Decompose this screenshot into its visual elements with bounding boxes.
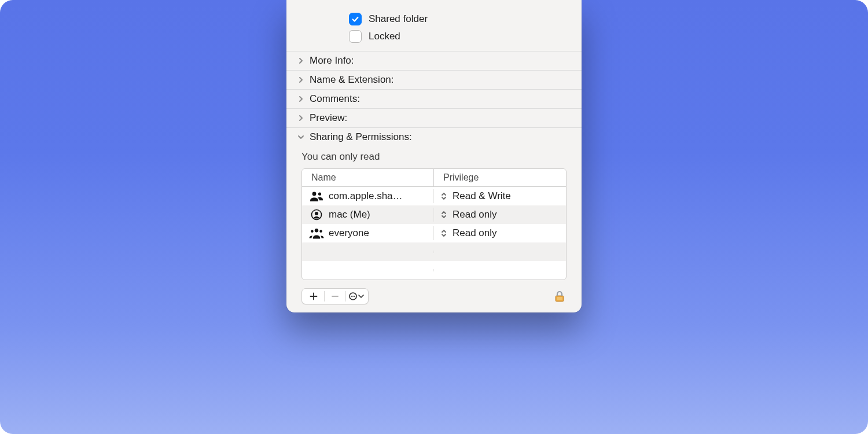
row-privilege: Read & Write [453, 190, 511, 202]
table-row[interactable]: com.apple.sha… Read & Write [302, 187, 566, 205]
svg-rect-15 [557, 297, 562, 300]
section-sharing-permissions[interactable]: Sharing & Permissions: [286, 127, 582, 146]
stepper-icon[interactable] [440, 210, 448, 219]
locked-label: Locked [369, 31, 400, 42]
locked-row: Locked [286, 28, 582, 51]
section-title: Name & Extension: [310, 74, 394, 86]
svg-point-0 [312, 192, 317, 196]
svg-point-1 [318, 193, 321, 196]
remove-button[interactable] [325, 289, 345, 304]
column-name[interactable]: Name [302, 169, 434, 186]
section-title: Comments: [310, 93, 360, 105]
row-name: com.apple.sha… [329, 190, 403, 202]
permissions-table: Name Privilege com.apple.sha… [301, 168, 567, 280]
chevron-right-icon [297, 114, 305, 122]
section-more-info[interactable]: More Info: [286, 51, 582, 70]
svg-point-13 [354, 296, 355, 297]
add-button[interactable] [303, 289, 324, 304]
section-preview[interactable]: Preview: [286, 108, 582, 127]
stepper-icon[interactable] [440, 192, 448, 201]
permissions-toolbar [301, 288, 567, 304]
shared-folder-row: Shared folder [286, 10, 582, 28]
table-row [302, 242, 566, 261]
section-title: Sharing & Permissions: [310, 131, 412, 143]
chevron-right-icon [297, 95, 305, 103]
svg-point-6 [319, 230, 322, 233]
row-name: mac (Me) [329, 209, 370, 220]
svg-point-5 [311, 230, 314, 233]
chevron-right-icon [297, 57, 305, 65]
chevron-down-icon [297, 133, 305, 141]
svg-point-3 [315, 212, 318, 215]
svg-point-11 [352, 296, 354, 297]
table-row[interactable]: everyone Read only [302, 224, 566, 242]
section-name-extension[interactable]: Name & Extension: [286, 70, 582, 89]
user-icon [309, 209, 324, 220]
group-icon [309, 190, 324, 202]
svg-point-12 [351, 296, 352, 297]
everyone-icon [309, 227, 324, 239]
row-name: everyone [329, 227, 369, 239]
row-privilege: Read only [453, 227, 497, 239]
more-actions-button[interactable] [346, 289, 367, 304]
stepper-icon[interactable] [440, 229, 448, 238]
section-title: Preview: [310, 112, 347, 124]
section-comments[interactable]: Comments: [286, 89, 582, 108]
column-privilege[interactable]: Privilege [434, 169, 566, 186]
permissions-header: Name Privilege [302, 169, 566, 187]
shared-folder-checkbox[interactable] [349, 13, 362, 25]
get-info-window: Shared folder Locked More Info: Name & E… [286, 0, 582, 312]
sharing-note: You can only read [286, 146, 582, 168]
chevron-right-icon [297, 76, 305, 84]
table-row[interactable]: mac (Me) Read only [302, 205, 566, 224]
shared-folder-label: Shared folder [369, 13, 428, 25]
table-row [302, 261, 566, 279]
section-title: More Info: [310, 55, 354, 67]
segmented-control [301, 288, 369, 304]
lock-icon[interactable] [553, 289, 567, 303]
row-privilege: Read only [453, 209, 497, 220]
locked-checkbox[interactable] [349, 30, 362, 43]
svg-point-4 [315, 229, 318, 232]
